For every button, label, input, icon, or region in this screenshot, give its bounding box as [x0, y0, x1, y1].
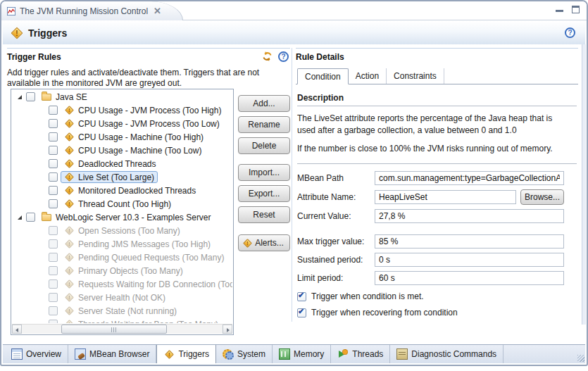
attribute-name-input[interactable]	[375, 190, 516, 204]
row-checkbox[interactable]	[49, 320, 58, 323]
tree-row[interactable]: Server State (Not running)	[12, 304, 232, 317]
reset-button[interactable]: Reset	[238, 206, 290, 223]
expander-icon[interactable]	[39, 253, 47, 262]
row-checkbox[interactable]	[49, 239, 58, 249]
maximize-button[interactable]	[572, 6, 580, 13]
tree-row[interactable]: CPU Usage - Machine (Too Low)	[12, 144, 232, 157]
sustained-period-input[interactable]	[375, 253, 564, 267]
alerts-button[interactable]: Alerts...	[238, 234, 290, 251]
row-checkbox[interactable]	[49, 159, 58, 168]
row-selection-area[interactable]: CPU Usage - Machine (Too Low)	[61, 144, 205, 156]
horizontal-scrollbar[interactable]	[12, 324, 232, 334]
delete-button[interactable]: Delete	[238, 137, 290, 154]
scroll-left-button[interactable]	[12, 325, 22, 334]
row-selection-area[interactable]: Java SE	[38, 91, 91, 103]
current-value-input[interactable]	[375, 209, 564, 223]
tree-row[interactable]: Open Sessions (Too Many)	[12, 224, 232, 237]
row-selection-area[interactable]: CPU Usage - JVM Process (Too High)	[61, 104, 225, 116]
expander-icon[interactable]	[39, 173, 47, 182]
expander-icon[interactable]	[39, 160, 47, 168]
scroll-right-button[interactable]	[223, 325, 232, 334]
resize-grip-icon[interactable]	[577, 355, 584, 362]
row-selection-area[interactable]: Primary Objects (Too Many)	[61, 265, 187, 277]
row-selection-area[interactable]: Threads Waiting for Bean (Too Many)	[61, 318, 222, 323]
row-checkbox[interactable]	[49, 306, 58, 315]
tree-row[interactable]: Live Set (Too Large)	[12, 170, 232, 184]
row-selection-area[interactable]: Deadlocked Threads	[61, 158, 160, 170]
tree-row[interactable]: CPU Usage - JVM Process (Too High)	[12, 103, 232, 117]
bottom-tab[interactable]: MBean Browser	[68, 345, 156, 363]
bottom-tab[interactable]: Overview	[5, 345, 68, 363]
export-button[interactable]: Export...	[238, 185, 290, 202]
mbean-path-input[interactable]	[375, 171, 564, 185]
row-selection-area[interactable]: CPU Usage - Machine (Too High)	[61, 131, 207, 143]
import-button[interactable]: Import...	[238, 164, 290, 181]
row-checkbox[interactable]	[49, 186, 58, 195]
expander-icon[interactable]	[39, 133, 47, 142]
expander-icon[interactable]	[39, 106, 47, 115]
tree-row[interactable]: Deadlocked Threads	[12, 157, 232, 170]
row-selection-area[interactable]: WebLogic Server 10.3 - Examples Server	[38, 211, 215, 223]
expander-icon[interactable]	[39, 267, 47, 275]
row-selection-area[interactable]: Server State (Not running)	[61, 305, 180, 317]
bottom-tab[interactable]: Memory	[273, 345, 331, 363]
expander-icon[interactable]	[39, 240, 47, 249]
row-checkbox[interactable]	[49, 253, 58, 262]
tree-row[interactable]: Java SE	[12, 90, 232, 103]
row-checkbox[interactable]	[49, 119, 58, 128]
tab-constraints[interactable]: Constraints	[387, 68, 444, 84]
row-selection-area[interactable]: Server Health (Not OK)	[61, 291, 169, 303]
expander-icon[interactable]	[39, 120, 47, 128]
row-checkbox[interactable]	[49, 279, 58, 289]
expander-icon[interactable]	[16, 93, 25, 101]
row-checkbox[interactable]	[49, 266, 58, 275]
row-checkbox[interactable]	[49, 132, 58, 142]
expander-icon[interactable]	[39, 280, 47, 289]
tree-row[interactable]: WebLogic Server 10.3 - Examples Server	[12, 210, 232, 224]
row-checkbox[interactable]	[49, 293, 58, 302]
limit-period-input[interactable]	[375, 271, 564, 285]
tree-row[interactable]: Threads Waiting for Bean (Too Many)	[12, 317, 232, 323]
expander-icon[interactable]	[39, 187, 47, 195]
expander-icon[interactable]	[39, 227, 47, 235]
bottom-tab[interactable]: Threads	[331, 345, 390, 363]
row-checkbox[interactable]	[26, 92, 35, 101]
tree-row[interactable]: Pending Queued Requests (Too Many)	[12, 251, 232, 264]
tree-row[interactable]: Requests Waiting for DB Connection (Too	[12, 277, 232, 291]
expander-icon[interactable]	[39, 146, 47, 155]
vertical-scrollbar[interactable]	[582, 44, 586, 325]
bottom-tab[interactable]: Diagnostic Commands	[390, 345, 503, 363]
row-checkbox[interactable]	[49, 106, 58, 115]
expander-icon[interactable]	[39, 307, 47, 315]
expander-icon[interactable]	[39, 200, 47, 208]
tree-row[interactable]: CPU Usage - Machine (Too High)	[12, 130, 232, 144]
scrollbar-thumb[interactable]	[61, 325, 167, 334]
row-selection-area[interactable]: Requests Waiting for DB Connection (Too	[61, 278, 232, 290]
tree-row[interactable]: Monitored Deadlocked Threads	[12, 184, 232, 197]
max-trigger-value-input[interactable]	[375, 234, 564, 249]
minimize-button[interactable]	[556, 7, 563, 12]
help-icon[interactable]	[565, 27, 575, 38]
row-checkbox[interactable]	[49, 226, 58, 235]
row-checkbox[interactable]	[26, 213, 35, 222]
tree-row[interactable]: Thread Count (Too High)	[12, 197, 232, 210]
expander-icon[interactable]	[39, 320, 47, 324]
browse-button[interactable]: Browse...	[520, 189, 564, 205]
trigger-condition-checkbox[interactable]	[297, 292, 306, 301]
tab-action[interactable]: Action	[349, 68, 387, 84]
row-checkbox[interactable]	[49, 199, 58, 208]
row-selection-area[interactable]: Monitored Deadlocked Threads	[61, 184, 199, 196]
tree-row[interactable]: Primary Objects (Too Many)	[12, 264, 232, 277]
row-selection-area[interactable]: Live Set (Too Large)	[61, 171, 158, 183]
expander-icon[interactable]	[39, 294, 47, 302]
row-selection-area[interactable]: Open Sessions (Too Many)	[61, 225, 184, 237]
section-help-icon[interactable]	[278, 51, 289, 62]
row-checkbox[interactable]	[49, 146, 58, 155]
tree-row[interactable]: CPU Usage - JVM Process (Too Low)	[12, 117, 232, 130]
tree-row[interactable]: Server Health (Not OK)	[12, 291, 232, 304]
rename-button[interactable]: Rename	[238, 116, 290, 133]
expander-icon[interactable]	[16, 213, 25, 222]
trigger-recovery-checkbox[interactable]	[297, 308, 306, 317]
add-button[interactable]: Add...	[238, 95, 290, 112]
row-selection-area[interactable]: Pending Queued Requests (Too Many)	[61, 251, 227, 263]
